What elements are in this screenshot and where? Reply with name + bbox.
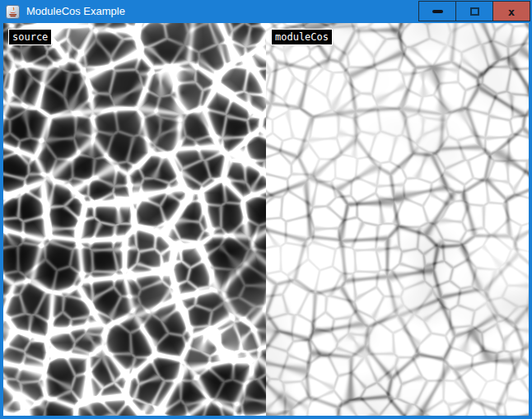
window-frame: ModuleCos Example x source moduleCos <box>0 0 532 419</box>
panel-modulecos: moduleCos <box>266 23 529 416</box>
maximize-icon <box>470 7 479 16</box>
close-button[interactable]: x <box>492 1 530 21</box>
modulecos-label: moduleCos <box>271 29 333 45</box>
close-icon: x <box>508 6 515 16</box>
window-title: ModuleCos Example <box>26 0 125 23</box>
source-image <box>3 23 266 416</box>
maximize-button[interactable] <box>455 1 493 21</box>
titlebar[interactable]: ModuleCos Example x <box>0 0 532 23</box>
content-area: source moduleCos <box>0 23 532 419</box>
window-controls: x <box>419 1 530 21</box>
panel-source: source <box>3 23 266 416</box>
minimize-icon <box>432 10 443 13</box>
java-coffee-cup-icon <box>6 5 20 19</box>
source-label: source <box>8 29 52 45</box>
minimize-button[interactable] <box>418 1 456 21</box>
modulecos-image <box>266 23 529 416</box>
